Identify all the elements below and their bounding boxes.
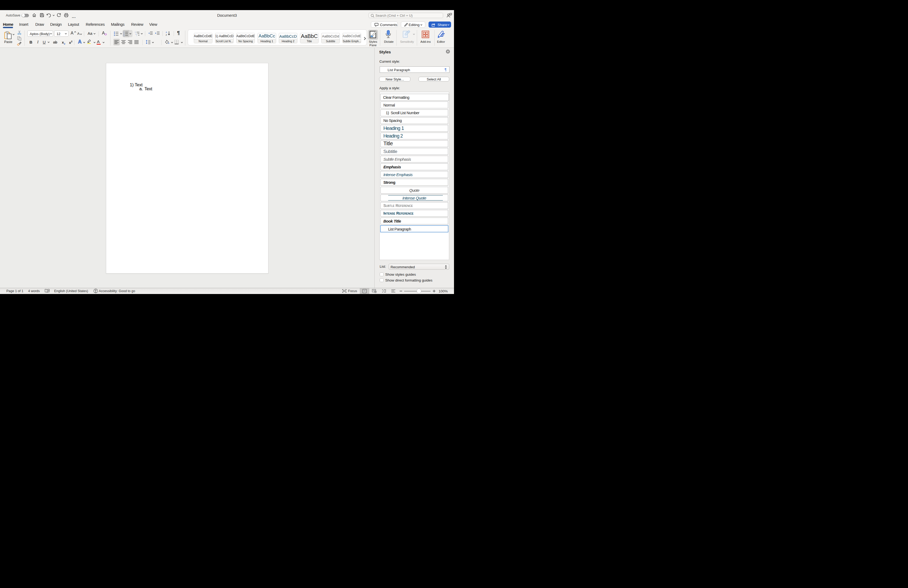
svg-text:Z: Z [166,34,167,36]
svg-text:3: 3 [124,35,124,36]
svg-text:A: A [166,31,167,34]
svg-text:1: 1 [135,31,136,33]
svg-text:2: 2 [124,33,124,35]
svg-text:1: 1 [124,31,124,33]
svg-text:a: a [136,33,137,35]
